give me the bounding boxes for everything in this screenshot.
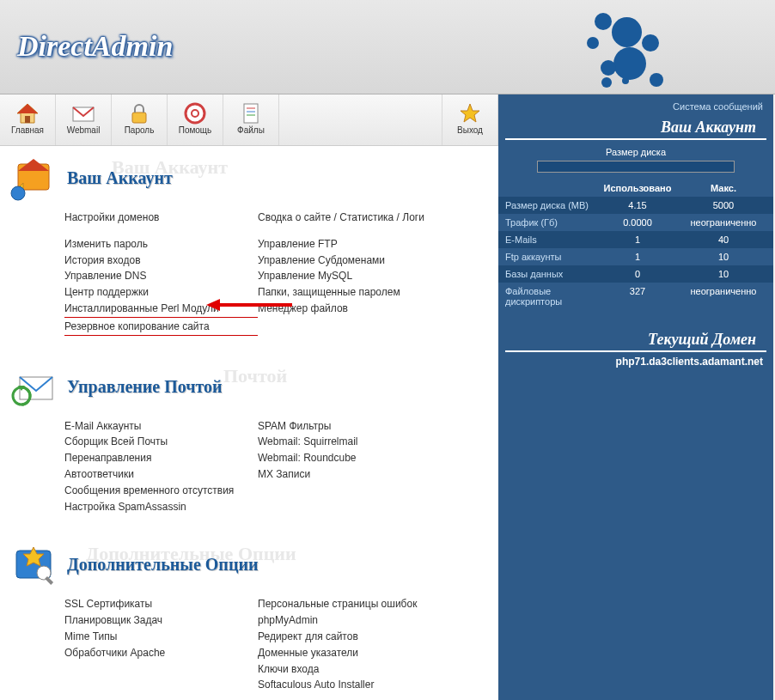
section-account: Ваш Аккаунт Ваш Аккаунт Настройки домено… — [0, 146, 498, 355]
link-phpmyadmin[interactable]: phpMyAdmin — [258, 613, 451, 628]
svg-point-15 — [11, 186, 25, 200]
header: DirectAdmin — [0, 0, 775, 94]
link-catchall[interactable]: Сборщик Всей Почты — [64, 435, 258, 449]
section-title-email: Управление Почтой — [67, 377, 223, 397]
stats-label[interactable]: Ftp аккаунты — [505, 252, 595, 262]
stats-label[interactable]: Трафик (Гб) — [505, 217, 595, 228]
link-login-history[interactable]: История входов — [64, 253, 258, 268]
link-dns-management[interactable]: Управление DNS — [64, 269, 258, 283]
link-error-pages[interactable]: Персональные страницы ошибок — [258, 597, 451, 612]
mail-icon — [56, 101, 111, 125]
star-icon — [442, 101, 497, 125]
toolbar-home[interactable]: Главная — [0, 94, 56, 145]
sidebar: Система сообщений Ваш Аккаунт Размер дис… — [498, 94, 773, 700]
link-roundcube[interactable]: Webmail: Roundcube — [258, 451, 451, 466]
section-title-account: Ваш Аккаунт — [67, 168, 173, 188]
logo-decoration — [534, 13, 663, 90]
link-forwarders[interactable]: Перенаправления — [64, 451, 258, 466]
toolbar: Главная Webmail Пароль Помощь Файлы Вы — [0, 94, 498, 146]
toolbar-webmail[interactable]: Webmail — [56, 94, 112, 145]
system-messages-link[interactable]: Система сообщений — [498, 94, 773, 115]
link-domain-settings[interactable]: Настройки доменов — [64, 210, 258, 225]
toolbar-password[interactable]: Пароль — [112, 94, 168, 145]
toolbar-help[interactable]: Помощь — [168, 94, 223, 145]
link-cron[interactable]: Планировщик Задач — [64, 613, 258, 628]
your-account-heading: Ваш Аккаунт — [505, 115, 766, 140]
svg-rect-1 — [25, 116, 30, 123]
help-icon — [168, 101, 223, 125]
link-mysql-management[interactable]: Управление MySQL — [258, 269, 451, 283]
toolbar-files[interactable]: Файлы — [223, 94, 279, 145]
stats-label[interactable]: Файловые дискрипторы — [505, 286, 595, 307]
link-site-redirect[interactable]: Редирект для сайтов — [258, 630, 451, 644]
link-spamassassin[interactable]: Настройка SpamAssassin — [64, 500, 258, 514]
logo: DirectAdmin — [17, 30, 173, 63]
lock-icon — [112, 101, 167, 125]
link-ssl[interactable]: SSL Сертификаты — [64, 597, 258, 612]
link-spam-filters[interactable]: SPAM Фильтры — [258, 419, 451, 434]
files-icon — [223, 101, 278, 125]
stats-row: E-Mails140 — [498, 231, 773, 248]
account-links-col1: Настройки доменов Изменить пароль Истори… — [64, 210, 258, 338]
disk-size-label: Размер диска — [505, 147, 766, 157]
email-icon — [9, 363, 60, 411]
link-email-accounts[interactable]: E-Mail Аккаунты — [64, 419, 258, 434]
link-mime-types[interactable]: Mime Типы — [64, 630, 258, 644]
link-autoresponders[interactable]: Автоответчики — [64, 467, 258, 482]
svg-rect-7 — [244, 104, 258, 123]
stats-row: Трафик (Гб)0.0000неограниченно — [498, 214, 773, 231]
current-domain-heading: Текущий Домен — [505, 327, 766, 352]
link-change-password[interactable]: Изменить пароль — [64, 237, 258, 252]
stats-label[interactable]: Базы данных — [505, 269, 595, 279]
current-domain-value[interactable]: php71.da3clients.adamant.net — [498, 352, 773, 371]
section-email: Почтой Управление Почтой E-Mail Аккаунты… — [0, 355, 498, 533]
svg-marker-2 — [17, 104, 38, 113]
stats-row: Базы данных010 — [498, 265, 773, 283]
link-apache-handlers[interactable]: Обработчики Apache — [64, 646, 258, 660]
stats-label[interactable]: Размер диска (MB) — [505, 200, 595, 210]
link-subdomain-management[interactable]: Управление Субдоменами — [258, 253, 451, 268]
email-links-col1: E-Mail Аккаунты Сборщик Всей Почты Перен… — [64, 419, 258, 516]
account-links-col2: Сводка о сайте / Статистика / Логи Управ… — [258, 210, 451, 338]
link-domain-pointers[interactable]: Доменные указатели — [258, 646, 451, 660]
section-advanced: Дополнительные Опции Дополнительные Опци… — [0, 533, 498, 700]
account-icon — [9, 155, 60, 202]
advanced-links-col1: SSL Сертификаты Планировщик Задач Mime Т… — [64, 597, 258, 694]
link-softaculous[interactable]: Softaculous Auto Installer — [258, 678, 451, 692]
main-content: Главная Webmail Пароль Помощь Файлы Вы — [0, 94, 498, 700]
advanced-links-col2: Персональные страницы ошибок phpMyAdmin … — [258, 597, 451, 694]
link-mx-records[interactable]: MX Записи — [258, 467, 451, 482]
svg-marker-11 — [461, 104, 479, 122]
stats-row: Файловые дискрипторы327неограниченно — [498, 283, 773, 310]
section-title-advanced: Дополнительные Опции — [67, 555, 258, 575]
svg-rect-4 — [132, 113, 146, 123]
stats-row: Ftp аккаунты110 — [498, 248, 773, 265]
email-links-col2: SPAM Фильтры Webmail: Squirrelmail Webma… — [258, 419, 451, 516]
link-login-keys[interactable]: Ключи входа — [258, 662, 451, 677]
disk-progress-bar — [537, 161, 735, 173]
advanced-icon — [9, 541, 60, 588]
link-site-summary[interactable]: Сводка о сайте / Статистика / Логи — [258, 210, 451, 225]
home-icon — [0, 101, 55, 125]
link-site-backup[interactable]: Резервное копирование сайта — [64, 320, 258, 336]
stats-label[interactable]: E-Mails — [505, 234, 595, 245]
svg-point-6 — [192, 110, 198, 117]
link-ftp-management[interactable]: Управление FTP — [258, 237, 451, 252]
annotation-arrow — [206, 296, 292, 313]
toolbar-exit[interactable]: Выход — [442, 94, 498, 145]
stats-header: Использовано Макс. — [498, 180, 773, 197]
link-vacation-messages[interactable]: Сообщения временного отсутствия — [64, 484, 258, 498]
svg-marker-17 — [206, 299, 220, 311]
link-squirrelmail[interactable]: Webmail: Squirrelmail — [258, 435, 451, 449]
svg-point-23 — [37, 566, 51, 580]
stats-row: Размер диска (MB)4.155000 — [498, 197, 773, 214]
